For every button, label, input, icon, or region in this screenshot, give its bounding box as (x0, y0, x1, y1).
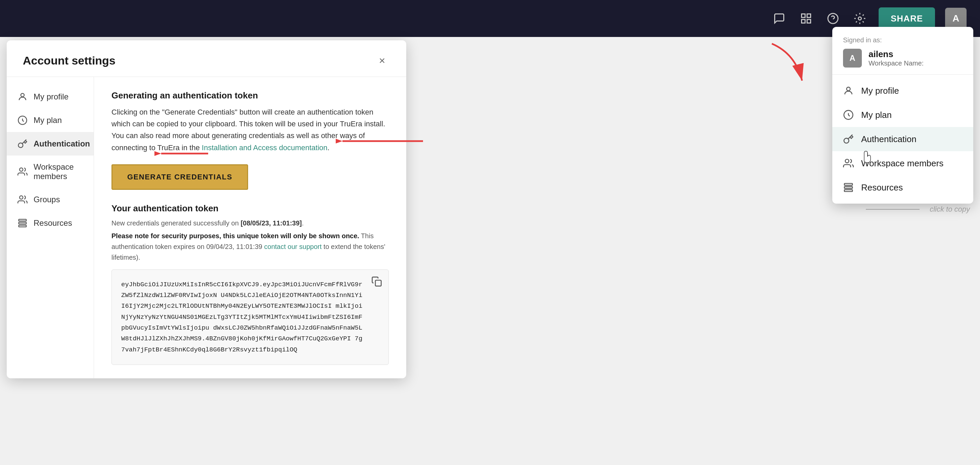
svg-rect-3 (807, 19, 811, 23)
svg-point-9 (19, 168, 23, 171)
dropdown-item-workspace-members[interactable]: Workspace members (832, 151, 973, 176)
dropdown-item-resources[interactable]: Resources (832, 176, 973, 200)
svg-point-10 (19, 196, 23, 199)
sidebar-label-workspace-members: Workspace members (33, 162, 83, 181)
sidebar-item-my-plan[interactable]: My plan (7, 109, 94, 132)
dropdown-label-resources: Resources (861, 182, 903, 193)
dropdown-avatar: A (843, 49, 862, 67)
resources-icon (18, 218, 27, 228)
arrow-generate-btn (154, 145, 215, 162)
sidebar-item-groups[interactable]: Groups (7, 188, 94, 211)
dropdown-label-authentication: Authentication (861, 134, 916, 144)
sidebar-label-my-profile: My profile (33, 92, 68, 101)
group-icon (18, 167, 27, 177)
sidebar-label-groups: Groups (33, 195, 60, 204)
svg-rect-2 (802, 19, 805, 23)
dropdown-items: My profile My plan Authentication Worksp… (832, 75, 973, 204)
help-icon[interactable] (824, 10, 842, 27)
sidebar-label-authentication: Authentication (33, 139, 90, 149)
token-section-title: Your authentication token (111, 203, 389, 214)
account-settings-modal: Account settings × My profile My plan (7, 40, 406, 378)
svg-rect-19 (844, 187, 853, 188)
dropdown-user-row: A ailens Workspace Name: (843, 49, 963, 67)
svg-rect-11 (19, 219, 27, 221)
modal-title: Account settings (23, 54, 116, 67)
svg-rect-0 (802, 14, 805, 18)
dropdown-user-info: ailens Workspace Name: (869, 49, 924, 67)
section-generate-text: Clicking on the "Generate Credentials" b… (111, 106, 389, 153)
modal-close-button[interactable]: × (374, 53, 390, 69)
svg-rect-12 (19, 222, 27, 224)
dropdown-resources-icon (843, 182, 854, 193)
token-box-wrapper: eyJhbGciOiJIUzUxMiIsInR5cCI6IkpXVCJ9.eyJ… (111, 270, 389, 365)
chat-icon[interactable] (770, 10, 788, 27)
svg-rect-18 (844, 184, 853, 185)
share-button[interactable]: SHARE (878, 7, 935, 30)
svg-rect-14 (375, 280, 381, 286)
dropdown-item-my-profile[interactable]: My profile (832, 78, 973, 103)
dropdown-label-workspace-members: Workspace members (861, 158, 943, 169)
svg-rect-13 (19, 225, 27, 227)
dropdown-key-icon (843, 134, 854, 144)
sidebar-item-workspace-members[interactable]: Workspace members (7, 155, 94, 188)
sidebar-item-authentication[interactable]: Authentication (7, 132, 94, 155)
click-to-copy-label: click to copy (930, 205, 970, 214)
plan-icon (18, 115, 27, 125)
dropdown-person-icon (843, 85, 854, 96)
groups-icon (18, 195, 27, 205)
svg-point-15 (847, 87, 850, 91)
dropdown-label-my-plan: My plan (861, 110, 892, 120)
sidebar-label-resources: Resources (33, 218, 72, 228)
svg-point-7 (21, 93, 24, 97)
signed-in-label: Signed in as: (843, 36, 963, 44)
avatar-button[interactable]: A (945, 8, 967, 29)
top-bar-icons (770, 10, 869, 27)
copy-token-button[interactable] (370, 275, 383, 288)
token-value-box: eyJhbGciOiJIUzUxMiIsInR5cCI6IkpXVCJ9.eyJ… (111, 270, 389, 365)
sidebar-label-my-plan: My plan (33, 115, 62, 125)
user-dropdown-menu: Signed in as: A ailens Workspace Name: M… (832, 27, 973, 204)
modal-body: My profile My plan Authentication Wo (7, 77, 406, 378)
sidebar-item-my-profile[interactable]: My profile (7, 85, 94, 109)
modal-header: Account settings × (7, 40, 406, 77)
dropdown-label-my-profile: My profile (861, 86, 899, 96)
token-warning-text: Please note for security purposes, this … (111, 230, 389, 263)
modal-sidebar: My profile My plan Authentication Wo (7, 77, 94, 378)
doc-link[interactable]: Installation and Access documentation (202, 144, 327, 152)
dropdown-group-icon (843, 158, 854, 169)
dropdown-item-my-plan[interactable]: My plan (832, 103, 973, 127)
svg-rect-20 (844, 190, 853, 192)
svg-point-6 (858, 17, 861, 20)
svg-point-17 (845, 159, 849, 163)
person-icon (18, 92, 27, 102)
dropdown-workspace: Workspace Name: (869, 59, 924, 67)
generate-credentials-button[interactable]: GENERATE CREDENTIALS (111, 164, 248, 190)
contact-support-link[interactable]: contact our support (264, 243, 321, 250)
pages-icon[interactable] (797, 10, 815, 27)
dropdown-item-authentication[interactable]: Authentication (832, 127, 973, 151)
key-icon (18, 139, 27, 149)
dropdown-signed-in-section: Signed in as: A ailens Workspace Name: (832, 27, 973, 75)
section-generate-title: Generating an authentication token (111, 90, 389, 101)
settings-icon[interactable] (851, 10, 869, 27)
svg-rect-1 (807, 14, 811, 18)
dropdown-username: ailens (869, 49, 924, 59)
sidebar-item-resources[interactable]: Resources (7, 211, 94, 235)
token-info-text: New credentials generated successfully o… (111, 218, 389, 229)
modal-main-content: Generating an authentication token Click… (94, 77, 406, 378)
dropdown-plan-icon (843, 110, 854, 120)
click-to-copy-line (866, 209, 920, 210)
